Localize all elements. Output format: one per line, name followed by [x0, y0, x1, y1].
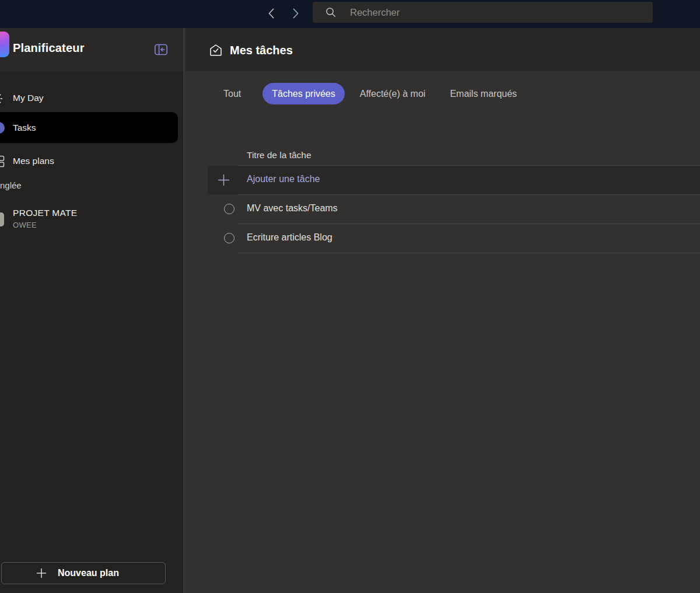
collapse-panel-icon	[153, 42, 169, 57]
plan-avatar	[0, 212, 4, 226]
grid-icon	[0, 155, 5, 168]
tab-affecte-a-moi[interactable]: Affecté(e) à moi	[351, 83, 435, 104]
sidebar-item-label: Mes plans	[13, 156, 54, 166]
back-button[interactable]	[266, 6, 276, 20]
task-row[interactable]: MV avec tasks/Teams	[208, 194, 700, 224]
sidebar-item-tasks[interactable]: Tasks	[0, 112, 184, 143]
pinned-plan-title: PROJET MATE	[13, 208, 77, 218]
sidebar-item-label: My Day	[13, 93, 44, 103]
task-title: Ecriture articles Blog	[247, 232, 332, 243]
chevron-right-icon	[292, 8, 300, 19]
main-content: Mes tâches Tout Tâches privées Affecté(e…	[186, 28, 700, 593]
search-icon	[326, 7, 336, 18]
row-separator	[238, 253, 700, 253]
new-plan-button[interactable]: Nouveau plan	[1, 562, 166, 584]
collapse-sidebar-button[interactable]	[153, 41, 169, 58]
sidebar-item-label: Tasks	[13, 123, 36, 133]
search-input[interactable]: Rechercher	[313, 2, 653, 23]
task-row[interactable]: Ecriture articles Blog	[208, 224, 700, 253]
column-header-task-title: Titre de la tâche	[247, 150, 312, 161]
sun-icon	[0, 92, 3, 105]
sidebar-header: Planificateur	[0, 28, 183, 71]
tab-taches-privees[interactable]: Tâches privées	[262, 83, 345, 104]
tab-tout[interactable]: Tout	[214, 83, 250, 104]
add-task-label: Ajouter une tâche	[247, 174, 320, 184]
add-task-row[interactable]: Ajouter une tâche	[208, 166, 700, 194]
pinned-section-label: nglée	[0, 180, 22, 190]
plus-icon	[217, 173, 230, 187]
task-checkbox[interactable]	[224, 204, 235, 214]
pinned-plan-subtitle: OWEE	[13, 221, 37, 229]
filter-tabs: Tout Tâches privées Affecté(e) à moi Ema…	[214, 83, 526, 104]
forward-button[interactable]	[290, 6, 301, 20]
search-placeholder: Rechercher	[350, 7, 400, 18]
tab-emails-marques[interactable]: Emails marqués	[440, 83, 526, 104]
top-bar: Rechercher	[0, 0, 700, 28]
my-tasks-icon	[209, 43, 223, 57]
sidebar-item-mes-plans[interactable]: Mes plans	[0, 147, 184, 175]
task-checkbox[interactable]	[224, 233, 235, 243]
app-title: Planificateur	[13, 41, 85, 55]
sidebar-item-my-day[interactable]: My Day	[0, 84, 184, 112]
chevron-left-icon	[267, 8, 275, 19]
new-plan-label: Nouveau plan	[58, 568, 119, 578]
page-title: Mes tâches	[230, 44, 293, 57]
planner-logo-icon	[0, 32, 9, 57]
main-header: Mes tâches	[186, 28, 700, 71]
task-title: MV avec tasks/Teams	[247, 203, 338, 214]
sidebar-item-pinned-plan[interactable]: PROJET MATE OWEE	[0, 203, 184, 236]
plus-icon	[36, 567, 47, 579]
sidebar: Planificateur My Day Tasks	[0, 28, 184, 593]
